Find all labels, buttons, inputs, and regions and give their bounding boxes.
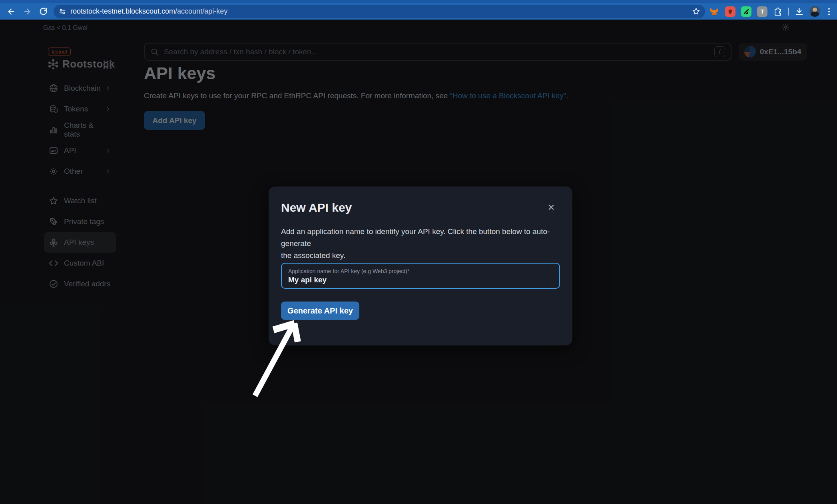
toolbar-separator	[788, 8, 789, 16]
application-name-input[interactable]	[288, 276, 548, 284]
modal-description: Add an application name to identify your…	[281, 226, 565, 262]
t-extension-icon[interactable]: T	[757, 6, 767, 17]
browser-menu-icon[interactable]	[826, 6, 832, 17]
address-bar[interactable]: rootstock-testnet.blockscout.com/account…	[54, 5, 705, 18]
browser-tabstrip	[0, 0, 837, 3]
browser-chrome: rootstock-testnet.blockscout.com/account…	[0, 0, 837, 20]
browser-reload-icon[interactable]	[35, 5, 51, 18]
bookmark-star-icon[interactable]	[692, 7, 700, 16]
modal-description-line2: the associated key.	[281, 250, 565, 262]
site-settings-icon[interactable]	[58, 8, 66, 16]
browser-forward-icon[interactable]	[19, 5, 35, 18]
red-extension-icon[interactable]	[725, 6, 735, 17]
downloads-icon[interactable]	[795, 7, 804, 16]
close-icon[interactable]: ✕	[545, 202, 557, 214]
application-name-label: Application name for API key (e.g Web3 p…	[288, 268, 409, 274]
green-extension-icon[interactable]	[741, 6, 751, 17]
metamask-extension-icon[interactable]	[709, 6, 719, 17]
modal-description-line1: Add an application name to identify your…	[281, 226, 565, 250]
browser-back-icon[interactable]	[3, 5, 19, 18]
generate-api-key-button[interactable]: Generate API key	[281, 302, 359, 320]
browser-profile-avatar[interactable]	[809, 6, 820, 17]
modal-title: New API key	[281, 201, 352, 214]
new-api-key-modal: New API key ✕ Add an application name to…	[269, 187, 572, 345]
extensions-puzzle-icon[interactable]	[773, 7, 783, 16]
application-name-field: Application name for API key (e.g Web3 p…	[281, 263, 560, 289]
url-text: rootstock-testnet.blockscout.com/account…	[70, 7, 692, 16]
